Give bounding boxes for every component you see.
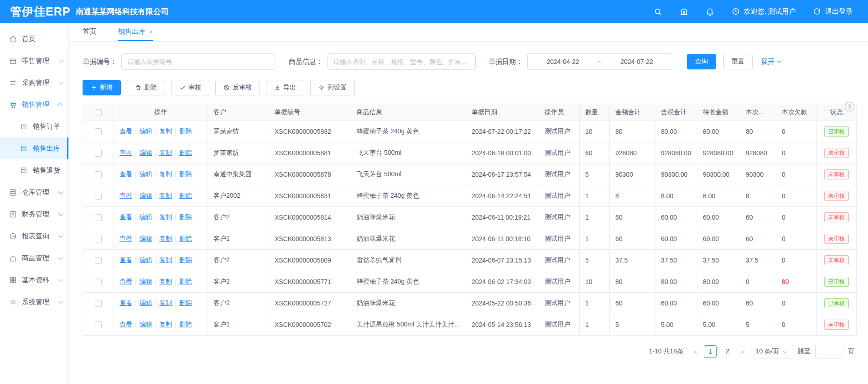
doc-no-input[interactable] [121, 53, 275, 70]
page-size-select[interactable]: 10 条/页 [751, 345, 793, 358]
row-action-view[interactable]: 查看 [120, 278, 132, 285]
bank-icon[interactable] [680, 7, 688, 16]
table-row: 查看|编辑|复制|删除南通中集集团XSCK00000005878飞天茅台 500… [83, 164, 857, 185]
row-action-delete[interactable]: 删除 [179, 192, 192, 199]
row-action-copy[interactable]: 复制 [159, 321, 172, 328]
row-action-view[interactable]: 查看 [120, 299, 132, 306]
row-checkbox[interactable] [95, 171, 102, 178]
row-action-delete[interactable]: 删除 [179, 299, 192, 306]
row-action-edit[interactable]: 编辑 [140, 256, 152, 263]
row-action-edit[interactable]: 编辑 [140, 235, 152, 242]
row-action-edit[interactable]: 编辑 [140, 321, 152, 328]
sidebar-item-basicdata[interactable]: 基本资料 [0, 269, 68, 291]
page-button-2[interactable]: 2 [721, 345, 734, 358]
sidebar-item-sales-return[interactable]: 销售退货 [0, 159, 68, 181]
sidebar-item-system[interactable]: 系统管理 [0, 291, 68, 313]
row-checkbox[interactable] [95, 236, 102, 242]
row-amount: 80 [610, 271, 655, 293]
row-action-copy[interactable]: 复制 [159, 149, 172, 156]
row-action-copy[interactable]: 复制 [159, 213, 172, 221]
date-to[interactable]: 2024-07-22 [620, 58, 653, 65]
sidebar-item-finance[interactable]: 财务管理 [0, 203, 68, 225]
row-action-edit[interactable]: 编辑 [140, 149, 152, 156]
row-action-edit[interactable]: 编辑 [140, 170, 152, 178]
sidebar-item-warehouse[interactable]: 仓库管理 [0, 181, 68, 203]
tab-sales-outbound[interactable]: 销售出库 × [118, 23, 153, 41]
row-action-view[interactable]: 查看 [120, 149, 132, 156]
welcome-user[interactable]: 欢迎您, 测试用户 [732, 7, 795, 16]
sidebar-item-sales[interactable]: 销售管理 [0, 94, 68, 116]
row-action-copy[interactable]: 复制 [159, 127, 172, 135]
search-button[interactable]: 查询 [687, 54, 716, 69]
row-action-delete[interactable]: 删除 [179, 278, 192, 285]
row-action-delete[interactable]: 删除 [179, 127, 192, 135]
row-action-edit[interactable]: 编辑 [140, 127, 152, 135]
row-action-copy[interactable]: 复制 [159, 235, 172, 242]
row-qty: 1 [580, 228, 610, 250]
row-action-delete[interactable]: 删除 [179, 213, 192, 221]
bell-icon[interactable] [706, 7, 714, 16]
row-checkbox[interactable] [95, 128, 102, 135]
sidebar-item-purchase[interactable]: 采购管理 [0, 72, 68, 94]
sidebar-item-retail[interactable]: 零售管理 [0, 50, 68, 72]
row-action-view[interactable]: 查看 [120, 192, 132, 199]
date-range-picker[interactable]: 2024-04-22 ~ 2024-07-22 [527, 53, 672, 70]
row-action-view[interactable]: 查看 [120, 213, 132, 221]
row-action-delete[interactable]: 删除 [179, 321, 192, 328]
column-settings-button[interactable]: 列设置 [310, 80, 355, 95]
sidebar-item-home[interactable]: 首页 [0, 28, 68, 50]
unaudit-button[interactable]: 反审核 [215, 80, 260, 95]
row-action-view[interactable]: 查看 [120, 170, 132, 178]
row-checkbox[interactable] [95, 193, 102, 200]
row-action-copy[interactable]: 复制 [159, 192, 172, 199]
search-icon[interactable] [654, 7, 662, 16]
row-checkbox[interactable] [95, 300, 102, 307]
row-action-delete[interactable]: 删除 [179, 235, 192, 242]
row-action-delete[interactable]: 删除 [179, 256, 192, 263]
add-button[interactable]: 新增 [83, 80, 121, 95]
jump-page-input[interactable] [815, 345, 843, 358]
help-icon[interactable]: ? [845, 102, 854, 111]
product-info-input[interactable] [327, 53, 476, 70]
sidebar-item-goods[interactable]: 商品管理 [0, 247, 68, 269]
row-customer: 客户2 [208, 207, 269, 228]
row-checkbox[interactable] [95, 150, 102, 157]
plus-icon [91, 84, 97, 91]
row-action-edit[interactable]: 编辑 [140, 299, 152, 306]
row-action-view[interactable]: 查看 [120, 235, 132, 242]
expand-link[interactable]: 展开 [761, 58, 782, 66]
row-action-edit[interactable]: 编辑 [140, 278, 152, 285]
row-action-edit[interactable]: 编辑 [140, 192, 152, 199]
row-action-delete[interactable]: 删除 [179, 170, 192, 178]
sidebar-item-label: 基本资料 [22, 276, 49, 284]
export-button[interactable]: 导出 [266, 80, 304, 95]
prev-page-button[interactable]: < [691, 348, 699, 356]
row-checkbox[interactable] [95, 257, 102, 264]
row-action-copy[interactable]: 复制 [159, 299, 172, 306]
delete-button[interactable]: 删除 [127, 80, 165, 95]
audit-button[interactable]: 审核 [171, 80, 209, 95]
row-checkbox[interactable] [95, 214, 102, 221]
tab-home[interactable]: 首页 [83, 23, 96, 41]
sidebar-item-reports[interactable]: 报表查询 [0, 225, 68, 247]
row-action-edit[interactable]: 编辑 [140, 213, 152, 221]
filter-bar: 单据编号： 商品信息： 单据日期： 2024-04-22 ~ 2024-07-2… [69, 42, 868, 70]
select-all-checkbox[interactable] [95, 109, 102, 116]
row-action-view[interactable]: 查看 [120, 321, 132, 328]
date-from[interactable]: 2024-04-22 [546, 58, 579, 65]
reset-button[interactable]: 重置 [723, 54, 753, 69]
row-checkbox[interactable] [95, 321, 102, 328]
row-action-copy[interactable]: 复制 [159, 256, 172, 263]
row-action-copy[interactable]: 复制 [159, 170, 172, 178]
next-page-button[interactable]: > [738, 348, 746, 356]
sidebar-item-sales-order[interactable]: 销售订单 [0, 116, 68, 137]
close-icon[interactable]: × [149, 28, 153, 36]
logout-button[interactable]: 退出登录 [813, 7, 852, 16]
row-action-view[interactable]: 查看 [120, 256, 132, 263]
row-action-copy[interactable]: 复制 [159, 278, 172, 285]
sidebar-item-sales-outbound[interactable]: 销售出库 [0, 137, 68, 159]
row-checkbox[interactable] [95, 279, 102, 285]
page-button-1[interactable]: 1 [704, 345, 717, 358]
row-action-delete[interactable]: 删除 [179, 149, 192, 156]
row-action-view[interactable]: 查看 [120, 127, 132, 135]
